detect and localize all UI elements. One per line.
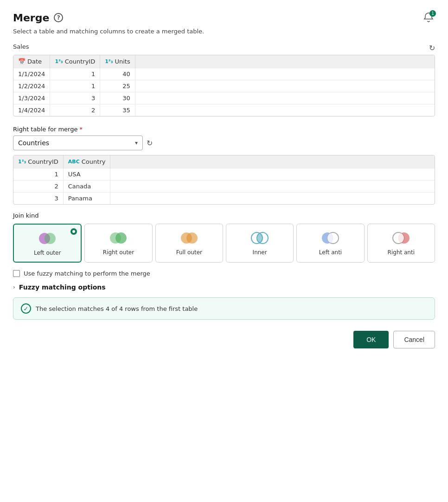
r-col-countryid[interactable]: 1²₃ CountryID	[13, 155, 63, 168]
table-row: 1USA	[13, 168, 435, 180]
cell-countryid: 2	[13, 180, 63, 193]
right-anti-venn	[391, 231, 411, 245]
left-table-refresh-button[interactable]: ↻	[429, 44, 435, 52]
status-message: ✓ The selection matches 4 of 4 rows from…	[13, 297, 435, 320]
col-units-label: Units	[115, 58, 130, 65]
right-table-label: Right table for merge *	[13, 126, 435, 133]
svg-point-3	[115, 232, 127, 244]
dialog-subtitle: Select a table and matching columns to c…	[13, 28, 435, 35]
join-cards: Left outer Right outer Full outer Inner …	[13, 224, 435, 263]
table-row: 1/1/2024140	[13, 68, 435, 80]
cell-countryid: 3	[50, 92, 100, 104]
cell-empty	[135, 104, 435, 116]
col-date-label: Date	[27, 58, 42, 65]
chevron-right-icon: ›	[13, 284, 15, 290]
status-text: The selection matches 4 of 4 rows from t…	[36, 305, 198, 312]
cell-empty	[110, 193, 435, 205]
col-date[interactable]: 📅 Date	[13, 55, 50, 68]
left-outer-icon-wrap	[37, 231, 58, 246]
inner-venn	[250, 231, 270, 245]
dialog-footer: OK Cancel	[13, 331, 435, 348]
dialog-title: Merge	[13, 12, 49, 24]
cell-units: 40	[100, 68, 135, 80]
inner-icon-wrap	[250, 231, 270, 245]
cell-country: Canada	[63, 180, 110, 193]
full-outer-venn	[179, 231, 199, 245]
col-empty	[135, 55, 435, 68]
cell-date: 1/2/2024	[13, 80, 50, 92]
fuzzy-matching-label: Use fuzzy matching to perform the merge	[24, 270, 150, 277]
join-card-full-outer[interactable]: Full outer	[155, 224, 223, 263]
dropdown-wrapper: Countries ▾ ↻	[13, 135, 435, 150]
left-table-header: Sales ↻	[13, 43, 435, 53]
table-row: 2Canada	[13, 180, 435, 193]
right-outer-icon-wrap	[108, 231, 128, 245]
right-outer-venn	[108, 231, 128, 245]
cell-countryid: 1	[50, 68, 100, 80]
right-table-section: Right table for merge * Countries ▾ ↻	[13, 126, 435, 150]
right-table-refresh-button[interactable]: ↻	[147, 139, 153, 148]
fuzzy-options-label: Fuzzy matching options	[19, 283, 106, 291]
cell-country: Panama	[63, 193, 110, 205]
join-card-left-outer[interactable]: Left outer	[13, 224, 82, 263]
cell-units: 35	[100, 104, 135, 116]
dialog-header: Merge ? 1	[13, 11, 435, 24]
units-col-type: 1²₃	[105, 58, 113, 64]
cell-empty	[135, 92, 435, 104]
r-col-empty	[110, 155, 435, 168]
right-outer-label: Right outer	[103, 249, 134, 256]
right-anti-icon-wrap	[391, 231, 411, 245]
cell-countryid: 1	[13, 168, 63, 180]
cell-countryid: 1	[50, 80, 100, 92]
r-col-country[interactable]: ABC Country	[63, 155, 110, 168]
date-col-icon: 📅	[18, 58, 26, 65]
join-card-right-anti[interactable]: Right anti	[367, 224, 435, 263]
right-anti-label: Right anti	[388, 249, 415, 256]
status-check-icon: ✓	[21, 303, 31, 314]
right-table: 1²₃ CountryID ABC Country 1USA2Canada3Pa…	[13, 155, 435, 205]
left-anti-label: Left anti	[319, 249, 342, 256]
selected-dot	[70, 228, 77, 235]
notification-badge: 1	[429, 10, 436, 17]
fuzzy-options-row[interactable]: › Fuzzy matching options	[13, 283, 435, 291]
left-table: 📅 Date 1²₃ CountryID 1²₃ Units	[13, 55, 435, 116]
table-row: 1/4/2024235	[13, 104, 435, 116]
left-anti-venn	[320, 231, 340, 245]
left-outer-label: Left outer	[34, 250, 61, 256]
cell-date: 1/1/2024	[13, 68, 50, 80]
cell-empty	[135, 80, 435, 92]
table-row: 1/3/2024330	[13, 92, 435, 104]
cancel-button[interactable]: Cancel	[393, 331, 435, 348]
title-group: Merge ?	[13, 12, 63, 24]
help-icon[interactable]: ?	[54, 13, 63, 22]
svg-point-1	[45, 233, 56, 244]
cell-date: 1/4/2024	[13, 104, 50, 116]
join-card-left-anti[interactable]: Left anti	[296, 224, 364, 263]
dropdown-arrow-icon: ▾	[135, 140, 138, 146]
join-card-inner[interactable]: Inner	[226, 224, 294, 263]
left-anti-icon-wrap	[320, 231, 340, 245]
right-table-dropdown[interactable]: Countries ▾	[13, 135, 143, 150]
left-outer-venn	[37, 232, 58, 245]
full-outer-icon-wrap	[179, 231, 199, 245]
table-row: 1/2/2024125	[13, 80, 435, 92]
r-country-col-type: ABC	[68, 159, 80, 165]
cell-empty	[110, 180, 435, 193]
cell-date: 1/3/2024	[13, 92, 50, 104]
cell-units: 25	[100, 80, 135, 92]
fuzzy-matching-row: Use fuzzy matching to perform the merge	[13, 270, 435, 277]
col-units[interactable]: 1²₃ Units	[100, 55, 135, 68]
table-row: 3Panama	[13, 193, 435, 205]
fuzzy-matching-checkbox[interactable]	[13, 270, 20, 277]
col-countryid[interactable]: 1²₃ CountryID	[50, 55, 100, 68]
cell-empty	[135, 68, 435, 80]
notification-icon[interactable]: 1	[422, 11, 435, 24]
join-card-right-outer[interactable]: Right outer	[84, 224, 152, 263]
svg-point-5	[186, 232, 198, 244]
full-outer-label: Full outer	[176, 249, 202, 256]
r-col-countryid-label: CountryID	[28, 158, 58, 165]
ok-button[interactable]: OK	[353, 331, 389, 348]
join-kind-label: Join kind	[13, 212, 435, 219]
left-table-label: Sales	[13, 43, 29, 50]
cell-units: 30	[100, 92, 135, 104]
